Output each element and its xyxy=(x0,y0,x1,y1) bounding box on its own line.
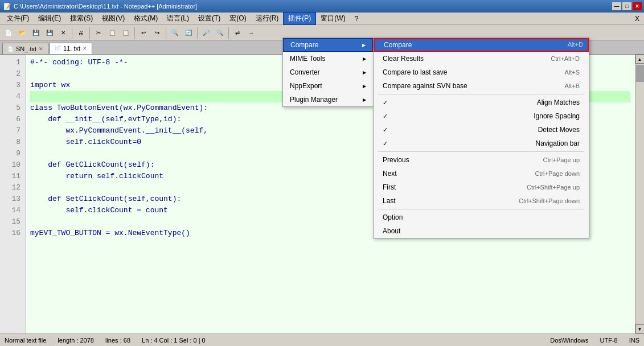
plugin-menu-mime-tools[interactable]: MIME Tools ▶ xyxy=(283,52,373,65)
converter-submenu-arrow: ▶ xyxy=(363,70,366,75)
line-num-6: 6 xyxy=(0,114,25,125)
plugin-nppexport-label: NppExport xyxy=(290,82,322,90)
first-shortcut: Ctrl+Shift+Page up xyxy=(527,184,580,191)
first-label: First xyxy=(383,183,396,191)
menu-help[interactable]: ? xyxy=(350,14,363,24)
tb-new[interactable]: 📄 xyxy=(2,27,15,39)
menu-window[interactable]: 窗口(W) xyxy=(316,13,350,24)
svn-label: Compare against SVN base xyxy=(383,82,467,90)
tab-close-11[interactable]: ✕ xyxy=(83,46,87,51)
compare-about[interactable]: About xyxy=(374,224,589,238)
about-label: About xyxy=(383,227,400,235)
toolbar-sep-4 xyxy=(166,27,166,39)
compare-div-2 xyxy=(378,151,584,152)
tb-save-all[interactable]: 💾 xyxy=(43,27,56,39)
plugin-manager-label: Plugin Manager xyxy=(290,96,338,104)
tb-undo[interactable]: ↩ xyxy=(137,27,150,39)
line-num-11: 11 xyxy=(0,171,25,182)
menu-view[interactable]: 视图(V) xyxy=(97,13,129,24)
tb-zoom-out[interactable]: 🔍 xyxy=(214,27,226,39)
tab-close-sn[interactable]: ✕ xyxy=(39,46,43,52)
menu-edit[interactable]: 编辑(E) xyxy=(34,13,65,24)
plugin-menu-compare[interactable]: Compare ▶ xyxy=(283,38,373,52)
title-bar-buttons: — □ ✕ xyxy=(612,2,642,10)
menu-file[interactable]: 文件(F) xyxy=(2,13,34,24)
compare-div-1 xyxy=(378,94,584,94)
plugin-menu-plugin-manager[interactable]: Plugin Manager ▶ xyxy=(283,93,373,106)
minimize-button[interactable]: — xyxy=(612,2,621,10)
compare-next[interactable]: Next Ctrl+Page down xyxy=(374,167,589,180)
plugin-menu: Compare ▶ MIME Tools ▶ Converter ▶ NppEx… xyxy=(282,38,374,107)
last-shortcut: Ctrl+Shift+Page down xyxy=(519,197,580,204)
tb-copy[interactable]: 📋 xyxy=(106,27,118,39)
scroll-down-button[interactable]: ▼ xyxy=(635,324,645,333)
detect-checkmark: ✓ xyxy=(383,126,388,134)
title-bar: 📝 C:\Users\Administrator\Desktop\11.txt … xyxy=(0,0,644,13)
previous-label: Previous xyxy=(383,156,409,164)
tb-open[interactable]: 📂 xyxy=(16,27,28,39)
toolbar-sep-1 xyxy=(72,27,72,39)
line-num-9: 9 xyxy=(0,148,25,159)
compare-align-matches[interactable]: ✓ Align Matches xyxy=(374,96,589,109)
close-button[interactable]: ✕ xyxy=(633,2,642,10)
tb-zoom-in[interactable]: 🔎 xyxy=(200,27,212,39)
compare-first[interactable]: First Ctrl+Shift+Page up xyxy=(374,180,589,194)
compare-top-row[interactable]: Compare Alt+D xyxy=(374,38,589,52)
toolbar-sep-2 xyxy=(89,27,90,39)
compare-last-save[interactable]: Compare to last save Alt+S xyxy=(374,65,589,79)
menu-run[interactable]: 运行(R) xyxy=(251,13,284,24)
last-save-shortcut: Alt+S xyxy=(564,69,580,76)
scroll-thumb[interactable] xyxy=(636,65,644,82)
menu-search[interactable]: 搜索(S) xyxy=(65,13,97,24)
plugin-menu-nppexport[interactable]: NppExport ▶ xyxy=(283,79,373,93)
tb-replace[interactable]: 🔄 xyxy=(182,27,195,39)
tab-label-sn: SN_.txt xyxy=(16,46,36,52)
compare-last[interactable]: Last Ctrl+Shift+Page down xyxy=(374,194,589,208)
scroll-up-button[interactable]: ▲ xyxy=(635,55,645,64)
line-num-10: 10 xyxy=(0,159,25,171)
compare-svn[interactable]: Compare against SVN base Alt+B xyxy=(374,79,589,93)
tb-redo[interactable]: ↪ xyxy=(151,27,163,39)
compare-option[interactable]: Option xyxy=(374,211,589,224)
compare-nav-bar[interactable]: ✓ Navigation bar xyxy=(374,137,589,150)
tb-cut[interactable]: ✂ xyxy=(92,27,105,39)
toolbar-sep-6 xyxy=(228,27,229,39)
menu-format[interactable]: 格式(M) xyxy=(129,13,162,24)
tb-print[interactable]: 🖨 xyxy=(75,27,87,39)
ignore-spacing-label: Ignore Spacing xyxy=(534,112,580,120)
compare-ignore-spacing[interactable]: ✓ Ignore Spacing xyxy=(374,109,589,123)
tb-close[interactable]: ✕ xyxy=(57,27,69,39)
menu-language[interactable]: 语言(L) xyxy=(162,13,194,24)
line-num-14: 14 xyxy=(0,205,25,216)
line-num-12: 12 xyxy=(0,182,25,193)
menu-settings[interactable]: 设置(T) xyxy=(194,13,225,24)
tab-icon-11: 📄 xyxy=(55,46,61,51)
vertical-scrollbar[interactable]: ▲ ▼ xyxy=(635,55,644,333)
nav-bar-label: Navigation bar xyxy=(536,139,580,147)
next-label: Next xyxy=(383,170,397,178)
plugin-compare-label: Compare xyxy=(290,41,318,49)
tab-11-txt[interactable]: 📄 11. txt ✕ xyxy=(50,43,92,54)
line-num-15: 15 xyxy=(0,216,25,228)
tb-save[interactable]: 💾 xyxy=(30,27,42,39)
tab-icon-sn: 📄 xyxy=(7,46,14,52)
line-num-7: 7 xyxy=(0,125,25,137)
mime-submenu-arrow: ▶ xyxy=(363,56,366,61)
tab-sn-txt[interactable]: 📄 SN_.txt ✕ xyxy=(2,43,48,54)
compare-top-shortcut: Alt+D xyxy=(563,39,588,51)
tb-indent[interactable]: → xyxy=(245,27,257,39)
nav-checkmark: ✓ xyxy=(383,140,388,147)
compare-div-3 xyxy=(378,209,584,209)
plugin-converter-label: Converter xyxy=(290,68,320,76)
menu-macro[interactable]: 宏(O) xyxy=(225,13,251,24)
tb-paste[interactable]: 📋 xyxy=(120,27,132,39)
tab-label-11: 11. txt xyxy=(63,45,80,52)
menu-plugins[interactable]: 插件(P) xyxy=(283,12,316,25)
plugin-menu-converter[interactable]: Converter ▶ xyxy=(283,65,373,79)
tb-find[interactable]: 🔍 xyxy=(169,27,181,39)
compare-detect-moves[interactable]: ✓ Detect Moves xyxy=(374,123,589,137)
maximize-button[interactable]: □ xyxy=(622,2,631,10)
compare-previous[interactable]: Previous Ctrl+Page up xyxy=(374,153,589,167)
compare-clear-results[interactable]: Clear Results Ctrl+Alt+D xyxy=(374,52,589,65)
tb-wrap[interactable]: ⇌ xyxy=(231,27,244,39)
